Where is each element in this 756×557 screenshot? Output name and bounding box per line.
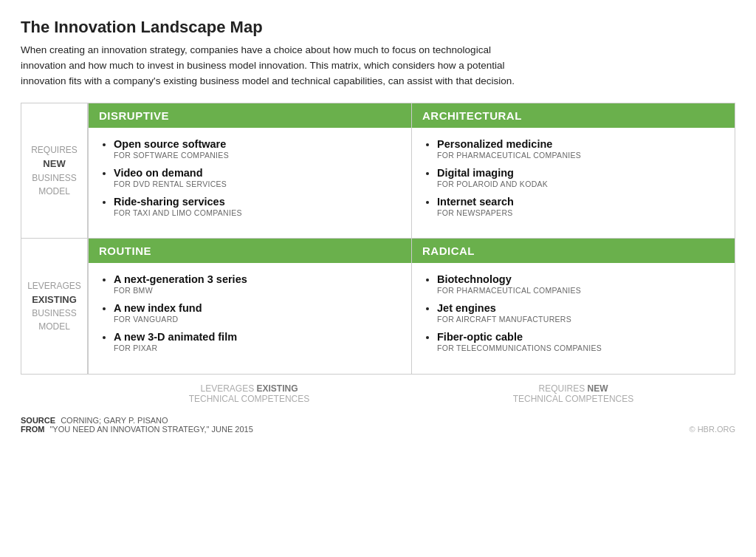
item-main: Internet search xyxy=(437,196,514,208)
bottom-label-leverages: LEVERAGES xyxy=(27,279,81,293)
list-item: Open source software FOR SOFTWARE COMPAN… xyxy=(114,138,401,160)
item-main: Ride-sharing services xyxy=(114,196,225,208)
source-row: SOURCE CORNING; GARY P. PISANO FROM "YOU… xyxy=(21,416,735,434)
bottom-label-business: BUSINESS xyxy=(32,307,77,320)
item-sub: FOR POLAROID AND KODAK xyxy=(437,180,724,188)
source-text2: "YOU NEED AN INNOVATION STRATEGY," JUNE … xyxy=(49,425,252,434)
item-main: Fiber-optic cable xyxy=(437,331,523,343)
list-item: Biotechnology FOR PHARMACEUTICAL COMPANI… xyxy=(437,273,724,295)
bottom-label-existing: EXISTING xyxy=(32,293,77,307)
item-sub: FOR NEWSPAPERS xyxy=(437,208,724,217)
item-sub: FOR PHARMACEUTICAL COMPANIES xyxy=(437,151,724,160)
disruptive-header: DISRUPTIVE xyxy=(89,103,411,128)
item-main: A new 3-D animated film xyxy=(114,331,237,343)
list-item: Digital imaging FOR POLAROID AND KODAK xyxy=(437,167,724,188)
list-item: Jet engines FOR AIRCRAFT MANUFACTURERS xyxy=(437,302,724,324)
top-row-label: REQUIRES NEW BUSINESS MODEL xyxy=(21,103,88,239)
item-sub: FOR PHARMACEUTICAL COMPANIES xyxy=(437,286,724,295)
item-sub: FOR AIRCRAFT MANUFACTURERS xyxy=(437,315,724,324)
item-sub: FOR BMW xyxy=(114,286,401,295)
item-main: A new index fund xyxy=(114,302,202,314)
quadrant-routine: ROUTINE A next-generation 3 series FOR B… xyxy=(88,239,411,374)
item-sub: FOR TAXI AND LIMO COMPANIES xyxy=(114,208,401,217)
item-main: Open source software xyxy=(114,138,226,150)
list-item: Video on demand FOR DVD RENTAL SERVICES xyxy=(114,167,401,188)
quadrant-architectural: ARCHITECTURAL Personalized medicine FOR … xyxy=(411,103,735,239)
from-label: FROM xyxy=(21,425,44,434)
list-item: Fiber-optic cable FOR TELECOMMUNICATIONS… xyxy=(437,331,724,352)
item-sub: FOR VANGUARD xyxy=(114,315,401,324)
list-item: Personalized medicine FOR PHARMACEUTICAL… xyxy=(437,138,724,160)
bottom-axis-labels: LEVERAGES EXISTINGTECHNICAL COMPETENCES … xyxy=(21,375,735,407)
bottom-axis-empty xyxy=(21,380,87,407)
item-main: Personalized medicine xyxy=(437,138,552,150)
list-item: A new 3-D animated film FOR PIXAR xyxy=(114,331,401,352)
routine-body: A next-generation 3 series FOR BMW A new… xyxy=(89,263,411,373)
bottom-axis-right: REQUIRES NEWTECHNICAL COMPETENCES xyxy=(411,380,735,407)
radical-body: Biotechnology FOR PHARMACEUTICAL COMPANI… xyxy=(412,263,735,373)
list-item: Ride-sharing services FOR TAXI AND LIMO … xyxy=(114,196,401,217)
item-main: Video on demand xyxy=(114,167,203,179)
radical-header: RADICAL xyxy=(412,239,735,263)
list-item: A next-generation 3 series FOR BMW xyxy=(114,273,401,295)
list-item: A new index fund FOR VANGUARD xyxy=(114,302,401,324)
quadrant-radical: RADICAL Biotechnology FOR PHARMACEUTICAL… xyxy=(411,239,735,374)
list-item: Internet search FOR NEWSPAPERS xyxy=(437,196,724,217)
item-main: Digital imaging xyxy=(437,167,514,179)
item-sub: FOR SOFTWARE COMPANIES xyxy=(114,151,401,160)
item-main: Jet engines xyxy=(437,302,496,314)
item-main: Biotechnology xyxy=(437,273,512,285)
top-label-new: NEW xyxy=(43,157,65,171)
top-label-model: MODEL xyxy=(38,185,70,198)
disruptive-body: Open source software FOR SOFTWARE COMPAN… xyxy=(89,128,411,238)
architectural-header: ARCHITECTURAL xyxy=(412,103,735,128)
bottom-axis-left: LEVERAGES EXISTINGTECHNICAL COMPETENCES xyxy=(87,380,411,407)
top-label-requires: REQUIRES xyxy=(31,143,78,157)
page-title: The Innovation Landscape Map xyxy=(21,18,735,37)
item-sub: FOR DVD RENTAL SERVICES xyxy=(114,180,401,188)
top-label-business: BUSINESS xyxy=(32,171,77,185)
source-left: SOURCE CORNING; GARY P. PISANO FROM "YOU… xyxy=(21,416,253,434)
item-main: A next-generation 3 series xyxy=(114,273,247,285)
matrix-grid: REQUIRES NEW BUSINESS MODEL DISRUPTIVE O… xyxy=(21,103,735,375)
item-sub: FOR TELECOMMUNICATIONS COMPANIES xyxy=(437,344,724,352)
source-text1: CORNING; GARY P. PISANO xyxy=(61,416,168,425)
hbr-logo: © HBR.ORG xyxy=(690,425,736,434)
routine-header: ROUTINE xyxy=(89,239,411,263)
bottom-row-label: LEVERAGES EXISTING BUSINESS MODEL xyxy=(21,239,88,374)
bottom-label-model: MODEL xyxy=(38,320,70,333)
intro-text: When creating an innovation strategy, co… xyxy=(21,43,523,89)
quadrant-disruptive: DISRUPTIVE Open source software FOR SOFT… xyxy=(88,103,411,239)
item-sub: FOR PIXAR xyxy=(114,344,401,352)
architectural-body: Personalized medicine FOR PHARMACEUTICAL… xyxy=(412,128,735,238)
source-label: SOURCE xyxy=(21,416,55,425)
